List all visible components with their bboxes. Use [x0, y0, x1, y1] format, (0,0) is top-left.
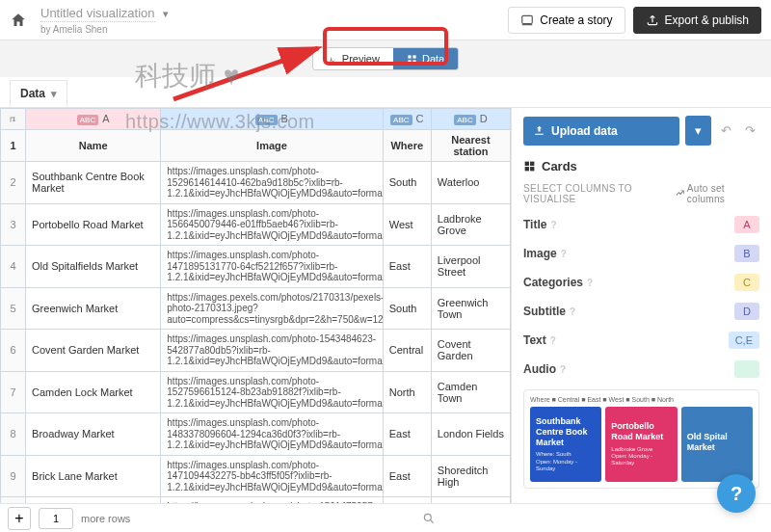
cell-name[interactable]: Portobello Road Market: [26, 203, 161, 246]
help-icon[interactable]: ?: [561, 249, 567, 259]
cell-where[interactable]: South: [383, 287, 431, 330]
cell-name[interactable]: Greenwich Market: [26, 287, 161, 330]
column-chip[interactable]: A: [734, 216, 759, 233]
help-icon[interactable]: ?: [550, 220, 556, 230]
cell-where[interactable]: North: [383, 371, 431, 413]
cell-image-url[interactable]: https://images.unsplash.com/photo-147189…: [161, 246, 383, 288]
row-number[interactable]: 5: [1, 287, 26, 330]
help-button[interactable]: ?: [717, 474, 756, 513]
row-number[interactable]: 7: [1, 371, 26, 413]
cell-station[interactable]: Covent Garden: [431, 330, 510, 372]
create-story-button[interactable]: Create a story: [508, 7, 625, 34]
field-where[interactable]: Where: [383, 130, 431, 162]
row-number[interactable]: 2: [1, 162, 26, 204]
table-row[interactable]: 7 Camden Lock Market https://images.unsp…: [1, 371, 511, 413]
cell-name[interactable]: Broadway Market: [26, 413, 161, 456]
row-number[interactable]: 9: [1, 455, 26, 497]
cards-heading: Cards: [523, 159, 759, 173]
row-number[interactable]: 8: [1, 413, 26, 456]
add-rows-button[interactable]: +: [8, 507, 31, 530]
col-header-C[interactable]: ABCC: [383, 109, 431, 130]
cell-image-url[interactable]: https://images.unsplash.com/photo-148337…: [161, 413, 383, 456]
column-chip[interactable]: D: [734, 303, 759, 320]
upload-options-button[interactable]: ▾: [685, 116, 711, 146]
cell-name[interactable]: Covent Garden Market: [26, 330, 161, 372]
cell-where[interactable]: East: [383, 413, 431, 456]
binding-row-audio[interactable]: Audio ?: [523, 360, 759, 378]
search-icon[interactable]: [422, 512, 436, 525]
export-publish-button[interactable]: Export & publish: [633, 7, 761, 34]
tab-preview[interactable]: Preview: [313, 48, 393, 69]
cell-image-url[interactable]: https://images.unsplash.com/photo-147109…: [161, 455, 383, 497]
field-image[interactable]: Image: [161, 130, 383, 162]
tab-data[interactable]: Data: [393, 48, 458, 69]
cell-name[interactable]: Brick Lane Market: [26, 455, 161, 497]
data-table[interactable]: ABCA ABCB ABCC ABCD 1 Name Image Where N…: [0, 108, 511, 532]
row-number[interactable]: 6: [1, 330, 26, 372]
cell-image-url[interactable]: https://images.unsplash.com/photo-156645…: [161, 203, 383, 246]
auto-set-columns-button[interactable]: Auto set columns: [676, 183, 759, 204]
binding-row-subtitle[interactable]: Subtitle ? D: [523, 303, 759, 320]
home-icon[interactable]: [10, 12, 27, 29]
table-row[interactable]: 9 Brick Lane Market https://images.unspl…: [1, 455, 511, 497]
cell-image-url[interactable]: https://images.pexels.com/photos/2170313…: [161, 287, 383, 330]
binding-row-text[interactable]: Text ? C,E: [523, 332, 759, 349]
corner-cell[interactable]: [1, 109, 26, 130]
cell-name[interactable]: Southbank Centre Book Market: [26, 162, 161, 204]
chevron-down-icon[interactable]: ▾: [163, 8, 169, 20]
help-icon[interactable]: ?: [570, 306, 575, 317]
visualization-title[interactable]: Untitled visualization: [40, 6, 155, 22]
cell-where[interactable]: East: [383, 455, 431, 497]
svg-rect-9: [525, 167, 529, 171]
field-station[interactable]: Nearest station: [431, 130, 510, 162]
help-icon[interactable]: ?: [550, 335, 556, 346]
byline: by Amelia Shen: [40, 24, 169, 35]
column-chip[interactable]: C,E: [729, 332, 759, 349]
table-row[interactable]: 8 Broadway Market https://images.unsplas…: [1, 413, 511, 456]
cell-station[interactable]: Waterloo: [431, 162, 510, 204]
field-name[interactable]: Name: [26, 130, 161, 162]
column-chip[interactable]: C: [734, 274, 759, 291]
cell-image-url[interactable]: https://images.unsplash.com/photo-154348…: [161, 330, 383, 372]
cell-name[interactable]: Old Spitalfields Market: [26, 246, 161, 288]
table-row[interactable]: 4 Old Spitalfields Market https://images…: [1, 246, 511, 288]
row-num-1[interactable]: 1: [1, 130, 26, 162]
help-icon[interactable]: ?: [587, 278, 593, 288]
binding-row-title[interactable]: Title ? A: [523, 216, 759, 233]
table-row[interactable]: 6 Covent Garden Market https://images.un…: [1, 330, 511, 372]
column-chip[interactable]: [734, 360, 759, 378]
cell-station[interactable]: London Fields: [431, 413, 510, 456]
col-header-B[interactable]: ABCB: [161, 109, 383, 130]
undo-icon[interactable]: ↶: [717, 121, 735, 140]
rows-count-input[interactable]: [39, 508, 73, 529]
cell-image-url[interactable]: https://images.unsplash.com/photo-152961…: [161, 162, 383, 204]
binding-row-image[interactable]: Image ? B: [523, 245, 759, 262]
cell-where[interactable]: South: [383, 162, 431, 204]
cell-image-url[interactable]: https://images.unsplash.com/photo-152759…: [161, 371, 383, 413]
row-number[interactable]: 4: [1, 246, 26, 288]
table-row[interactable]: 2 Southbank Centre Book Market https://i…: [1, 162, 511, 204]
col-header-A[interactable]: ABCA: [26, 109, 161, 130]
cell-station[interactable]: Greenwich Town: [431, 287, 510, 330]
column-chip[interactable]: B: [734, 245, 759, 262]
cell-station[interactable]: Camden Town: [431, 371, 510, 413]
chevron-down-icon[interactable]: ▾: [51, 88, 57, 100]
help-icon[interactable]: ?: [560, 364, 566, 375]
cell-station[interactable]: Shoreditch High: [431, 455, 510, 497]
table-row[interactable]: 5 Greenwich Market https://images.pexels…: [1, 287, 511, 330]
upload-data-button[interactable]: Upload data: [523, 117, 679, 146]
binding-label: Text ?: [523, 333, 556, 347]
cell-station[interactable]: Liverpool Street: [431, 246, 510, 288]
cell-where[interactable]: West: [383, 203, 431, 246]
cell-where[interactable]: East: [383, 246, 431, 288]
cell-name[interactable]: Camden Lock Market: [26, 371, 161, 413]
redo-icon[interactable]: ↷: [741, 121, 759, 140]
table-row[interactable]: 3 Portobello Road Market https://images.…: [1, 203, 511, 246]
sheet-tab-data[interactable]: Data ▾: [10, 80, 67, 106]
cell-where[interactable]: Central: [383, 330, 431, 372]
cell-station[interactable]: Ladbroke Grove: [431, 203, 510, 246]
binding-row-categories[interactable]: Categories ? C: [523, 274, 759, 291]
col-header-D[interactable]: ABCD: [431, 109, 510, 130]
svg-line-12: [431, 519, 434, 522]
row-number[interactable]: 3: [1, 203, 26, 246]
